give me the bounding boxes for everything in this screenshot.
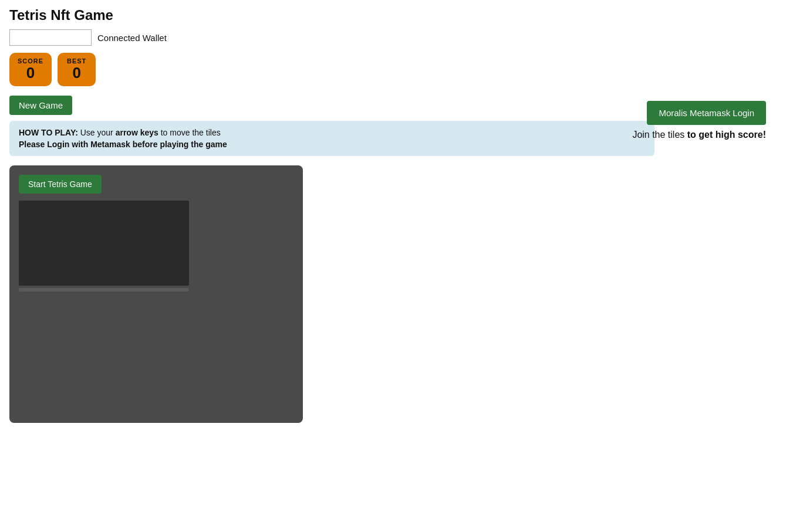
join-tiles-text: Join the tiles to get high score!	[632, 130, 766, 140]
how-to-play-label: HOW TO PLAY:	[19, 128, 80, 137]
wallet-input[interactable]	[9, 29, 92, 46]
page-title: Tetris Nft Game	[9, 7, 784, 23]
connected-wallet-label: Connected Wallet	[97, 33, 167, 43]
start-tetris-button[interactable]: Start Tetris Game	[19, 175, 102, 194]
score-row: SCORE 0 BEST 0	[9, 53, 784, 86]
right-panel: Moralis Metamask Login Join the tiles to…	[632, 101, 766, 140]
how-to-play-line1: HOW TO PLAY: Use your arrow keys to move…	[19, 128, 645, 137]
best-value: 0	[66, 65, 87, 82]
login-warning: Please Login with Metamask before playin…	[19, 140, 645, 149]
game-container: Start Tetris Game	[9, 165, 303, 423]
how-to-play-box: HOW TO PLAY: Use your arrow keys to move…	[9, 121, 654, 156]
score-box: SCORE 0	[9, 53, 52, 86]
join-tiles-prefix: Join the tiles	[632, 130, 687, 140]
tetris-lower-area	[19, 296, 189, 414]
how-to-play-normal: Use your	[80, 128, 116, 137]
new-game-button[interactable]: New Game	[9, 96, 72, 115]
tetris-canvas	[19, 201, 189, 286]
canvas-bottom-bar	[19, 288, 189, 292]
how-to-play-suffix: to move the tiles	[158, 128, 221, 137]
wallet-row: Connected Wallet	[9, 29, 784, 46]
how-to-play-bold: arrow keys	[116, 128, 158, 137]
score-value: 0	[18, 65, 43, 82]
metamask-login-button[interactable]: Moralis Metamask Login	[647, 101, 766, 125]
best-box: BEST 0	[58, 53, 96, 86]
join-tiles-bold: to get high score!	[687, 130, 766, 140]
